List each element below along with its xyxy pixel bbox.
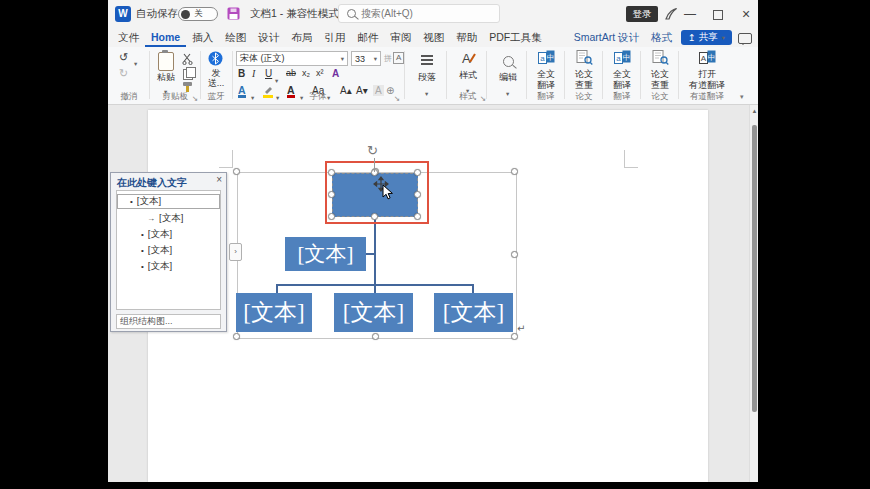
underline-button[interactable]: U (265, 68, 272, 79)
canvas-handle-top-right[interactable] (511, 168, 518, 175)
shape-handle-mid-right[interactable] (414, 191, 421, 198)
tab-view[interactable]: 视图 (417, 28, 450, 47)
copy-icon[interactable] (183, 69, 193, 80)
tab-references[interactable]: 引用 (318, 28, 351, 47)
text-pane-toggle[interactable]: › (229, 243, 242, 261)
font-name-combo[interactable]: 宋体 (正文) (236, 51, 348, 66)
tab-layout[interactable]: 布局 (285, 28, 318, 47)
text-pane-item[interactable]: • [文本] (117, 228, 220, 241)
editing-group[interactable]: 编辑 (490, 47, 526, 105)
tab-help[interactable]: 帮助 (450, 28, 483, 47)
font-dialog-launcher[interactable]: ↘ (394, 94, 400, 103)
sign-in-button[interactable]: 登录 (626, 6, 658, 22)
paper-check-button[interactable]: 论文 查重 (566, 50, 602, 91)
share-dropdown-icon (721, 32, 725, 43)
tab-mailings[interactable]: 邮件 (351, 28, 384, 47)
strikethrough-button[interactable]: ab (286, 68, 296, 78)
open-youdao-translate-button[interactable]: A 中 打开 有道翻译 (680, 50, 734, 91)
maximize-button[interactable] (704, 0, 732, 28)
connector-drop-right (472, 284, 474, 293)
shape-handle-top-left[interactable] (328, 169, 335, 176)
bluetooth-send-label[interactable]: 发送... (205, 68, 227, 88)
paper-group-label-2: 论文 (642, 91, 678, 103)
text-pane-item[interactable]: → [文本] (117, 212, 220, 225)
tab-pdf-tools[interactable]: PDF工具集 (483, 28, 548, 47)
comments-icon[interactable] (738, 33, 752, 44)
smartart-assistant-node[interactable]: [文本] (285, 237, 366, 271)
shape-handle-bottom-mid[interactable] (371, 213, 378, 220)
tab-home[interactable]: Home (145, 28, 186, 47)
subscript-button[interactable]: x₂ (302, 68, 310, 78)
cut-icon[interactable] (182, 53, 193, 65)
canvas-handle-bottom-mid[interactable] (372, 333, 379, 340)
canvas-handle-bottom-left[interactable] (233, 333, 240, 340)
tab-smartart-format[interactable]: 格式 (645, 28, 678, 47)
tab-smartart-design[interactable]: SmartArt 设计 (568, 28, 645, 47)
redo-icon[interactable]: ↻ (119, 67, 128, 79)
tab-design[interactable]: 设计 (252, 28, 285, 47)
shape-handle-top-right[interactable] (414, 169, 421, 176)
text-pane-close-icon[interactable]: × (216, 174, 222, 185)
full-text-translate-button[interactable]: a 中 全文 翻译 (528, 50, 564, 91)
text-pane-item[interactable]: • [文本] (117, 194, 220, 209)
autosave-label: 自动保存 (136, 7, 178, 21)
collapse-ribbon-icon[interactable]: ▾ (740, 93, 744, 101)
smartart-child-node-3[interactable]: [文本] (434, 293, 513, 332)
search-input[interactable]: 搜索(Alt+Q) (338, 4, 500, 23)
bullet-icon: • (141, 246, 144, 255)
phonetic-field-icon[interactable]: A (332, 68, 339, 79)
styles-group[interactable]: A 样式 样式 ↘ (450, 47, 486, 105)
vertical-scrollbar[interactable]: ▲ (749, 105, 758, 482)
undo-icon[interactable]: ↺ (119, 51, 128, 63)
tab-file[interactable]: 文件 (112, 28, 145, 47)
canvas-handle-bottom-right[interactable] (511, 333, 518, 340)
rotation-handle-icon[interactable]: ↻ (367, 143, 378, 158)
undo-dropdown-icon[interactable] (133, 53, 137, 71)
text-pane-item[interactable]: • [文本] (117, 260, 220, 273)
scroll-up-icon[interactable]: ▲ (750, 108, 759, 114)
smartart-child-node-1[interactable]: [文本] (236, 293, 312, 332)
bullet-icon: • (130, 197, 133, 206)
shape-handle-bottom-right[interactable] (414, 213, 421, 220)
translate-group-label: 翻译 (528, 91, 564, 103)
italic-button[interactable]: I (252, 68, 255, 79)
phonetic-guide-icon[interactable]: 拼 (384, 53, 392, 64)
shape-handle-mid-left[interactable] (328, 191, 335, 198)
translate-icon: a 中 (614, 50, 631, 65)
styles-icon: A (460, 50, 476, 66)
maximize-icon (713, 10, 723, 20)
undo-group: ↺ ↻ 撤消 (110, 47, 148, 105)
translate-group-label-2: 翻译 (604, 91, 640, 103)
share-button[interactable]: ↥ 共享 (681, 30, 732, 45)
tab-insert[interactable]: 插入 (186, 28, 219, 47)
paragraph-mark-icon: ↵ (517, 323, 525, 334)
character-border-icon[interactable]: A (393, 52, 404, 64)
bold-button[interactable]: B (238, 68, 245, 79)
save-icon[interactable] (227, 7, 240, 20)
autosave-toggle[interactable]: 关 (178, 7, 218, 21)
full-text-translate-button-2[interactable]: a 中 全文 翻译 (604, 50, 640, 91)
paper-check-button-2[interactable]: 论文 查重 (642, 50, 678, 91)
text-pane-item[interactable]: • [文本] (117, 244, 220, 257)
superscript-button[interactable]: x² (316, 68, 324, 78)
shape-handle-bottom-left[interactable] (328, 213, 335, 220)
text-pane-title: 在此处键入文字 (117, 176, 187, 190)
paragraph-group[interactable]: 段落 (408, 47, 446, 105)
canvas-handle-top-left[interactable] (233, 168, 240, 175)
canvas-handle-mid-right[interactable] (511, 251, 518, 258)
minimize-button[interactable]: — (676, 0, 704, 28)
smartart-child-node-2[interactable]: [文本] (334, 293, 413, 332)
tab-draw[interactable]: 绘图 (219, 28, 252, 47)
underline-dropdown-icon[interactable] (274, 70, 278, 88)
tab-review[interactable]: 审阅 (384, 28, 417, 47)
close-button[interactable]: × (732, 0, 760, 28)
clipboard-dialog-launcher[interactable]: ↘ (192, 94, 198, 103)
paste-button[interactable] (158, 52, 174, 71)
connector-drop-left (276, 284, 278, 293)
font-name-dropdown-icon (340, 54, 344, 64)
title-bar: W 自动保存 关 文档1 - 兼容性模式 - Word 搜索(Alt+Q) 登录… (108, 0, 758, 29)
translate-group-1: a 中 全文 翻译 翻译 (528, 47, 564, 105)
bluetooth-icon[interactable] (208, 51, 223, 66)
scrollbar-thumb[interactable] (752, 125, 757, 412)
font-size-combo[interactable]: 33 (351, 51, 381, 66)
